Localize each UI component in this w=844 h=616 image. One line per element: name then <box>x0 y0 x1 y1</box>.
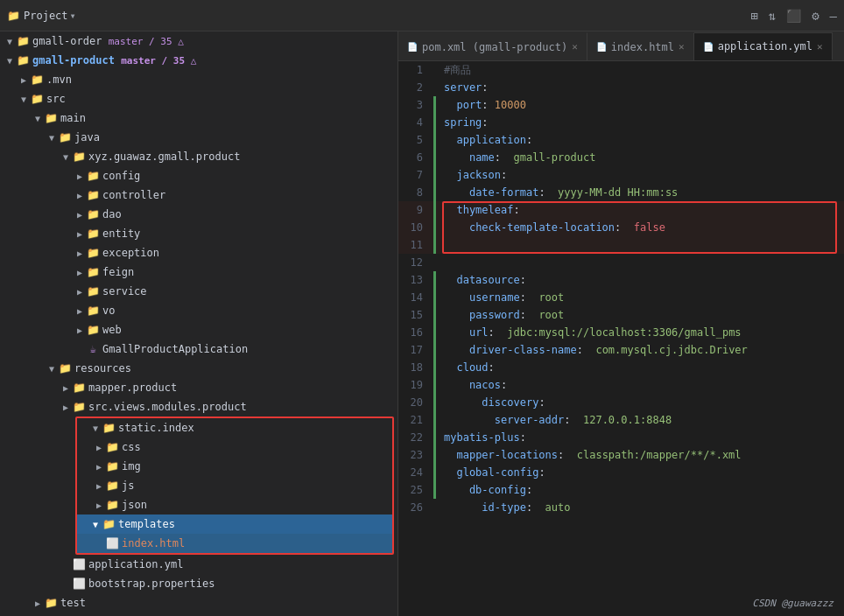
tab-pom-close[interactable]: ✕ <box>572 41 578 52</box>
tree-item-application-yml[interactable]: ⬜ application.yml <box>0 555 397 574</box>
tree-item-main[interactable]: ▼ 📁 main <box>0 108 397 128</box>
code-line-18: 18 cloud: <box>398 359 844 376</box>
arrow-src[interactable]: ▼ <box>18 94 30 104</box>
tree-item-controller[interactable]: ▶ 📁 controller <box>0 186 397 205</box>
tree-item-exception[interactable]: ▶ 📁 exception <box>0 243 397 262</box>
tree-item-bootstrap-props[interactable]: ⬜ bootstrap.properties <box>0 574 397 593</box>
arrow-static-index[interactable]: ▼ <box>89 424 102 433</box>
line-number-16: 16 <box>398 324 433 341</box>
project-dropdown-icon[interactable]: ▾ <box>70 10 76 22</box>
arrow-config[interactable]: ▶ <box>74 172 86 181</box>
tree-item-js[interactable]: ▶ 📁 js <box>77 476 392 495</box>
tab-pom-icon: 📄 <box>407 42 418 52</box>
tab-yml-close[interactable]: ✕ <box>817 41 823 52</box>
arrow-dao[interactable]: ▶ <box>74 210 86 220</box>
tree-item-service[interactable]: ▶ 📁 service <box>0 282 397 301</box>
folder-icon-config: 📁 <box>86 170 100 182</box>
tree-item-css[interactable]: ▶ 📁 css <box>77 438 392 457</box>
tree-item-mapper[interactable]: ▶ 📁 mapper.product <box>0 378 397 397</box>
tree-item-json[interactable]: ▶ 📁 json <box>77 495 392 514</box>
tree-item-config[interactable]: ▶ 📁 config <box>0 166 397 186</box>
layout-icon[interactable]: ⊞ <box>750 9 757 23</box>
gutter-21 <box>433 411 444 429</box>
tab-index-html[interactable]: 📄 index.html ✕ <box>587 32 694 60</box>
arrow-gmall-product[interactable]: ▼ <box>4 56 16 66</box>
arrow-java[interactable]: ▼ <box>46 133 58 143</box>
project-icon: 📁 <box>7 10 20 22</box>
collapse-icon[interactable]: ⬛ <box>786 9 801 23</box>
arrow-mapper[interactable]: ▶ <box>60 383 72 393</box>
tree-item-package[interactable]: ▼ 📁 xyz.guawaz.gmall.product <box>0 147 397 166</box>
arrow-js[interactable]: ▶ <box>93 481 105 491</box>
line-content-26: id-type: auto <box>444 499 844 516</box>
tree-item-static-index[interactable]: ▼ 📁 static.index <box>77 418 392 438</box>
folder-icon-java: 📁 <box>58 131 72 144</box>
tree-item-src[interactable]: ▼ 📁 src <box>0 89 397 108</box>
tree-item-test[interactable]: ▶ 📁 test <box>0 593 397 612</box>
tree-item-target[interactable]: ▶ 📁 target <box>0 612 397 616</box>
line-number-23: 23 <box>398 446 433 464</box>
arrow-package[interactable]: ▼ <box>60 152 72 162</box>
minimize-icon[interactable]: — <box>830 9 837 23</box>
tree-item-img[interactable]: ▶ 📁 img <box>77 457 392 476</box>
arrow-mvn[interactable]: ▶ <box>18 75 30 85</box>
gutter-11 <box>433 236 444 254</box>
tab-application-yml[interactable]: 📄 application.yml ✕ <box>694 32 833 60</box>
gutter-22 <box>433 429 444 446</box>
line-number-3: 3 <box>398 96 433 114</box>
tree-item-mvn[interactable]: ▶ 📁 .mvn <box>0 70 397 89</box>
line-number-20: 20 <box>398 394 433 411</box>
editor-content[interactable]: 1#商品2server:3 port: 100004spring:5 appli… <box>398 61 844 616</box>
java-file-icon-gmall-app: ☕ <box>86 343 100 355</box>
sort-icon[interactable]: ⇅ <box>769 9 776 23</box>
arrow-exception[interactable]: ▶ <box>74 248 86 258</box>
folder-icon-web: 📁 <box>86 324 100 336</box>
line-content-7: jackson: <box>444 166 844 184</box>
arrow-img[interactable]: ▶ <box>93 462 105 472</box>
tree-item-resources[interactable]: ▼ 📁 resources <box>0 359 397 378</box>
tree-item-index-html[interactable]: ⬜ index.html <box>77 534 392 553</box>
tree-item-dao[interactable]: ▶ 📁 dao <box>0 205 397 224</box>
tree-item-gmall-product[interactable]: ▼ 📁 gmall-product master / 35 △ <box>0 51 397 70</box>
tree-item-gmall-app[interactable]: ☕ GmallProductApplication <box>0 340 397 359</box>
arrow-resources[interactable]: ▼ <box>46 364 58 374</box>
gutter-3 <box>433 96 444 114</box>
line-content-19: nacos: <box>444 376 844 394</box>
tree-item-vo[interactable]: ▶ 📁 vo <box>0 301 397 320</box>
tree-item-java[interactable]: ▼ 📁 java <box>0 128 397 147</box>
code-line-1: 1#商品 <box>398 61 844 79</box>
arrow-templates[interactable]: ▼ <box>89 520 102 529</box>
tree-item-feign[interactable]: ▶ 📁 feign <box>0 262 397 282</box>
arrow-gmall-order[interactable]: ▼ <box>4 37 16 46</box>
tab-pom-xml[interactable]: 📄 pom.xml (gmall-product) ✕ <box>398 32 587 60</box>
arrow-css[interactable]: ▶ <box>93 443 105 452</box>
folder-icon-dao: 📁 <box>86 208 100 220</box>
gutter-16 <box>433 324 444 341</box>
arrow-feign[interactable]: ▶ <box>74 268 86 277</box>
arrow-web[interactable]: ▶ <box>74 326 86 335</box>
line-content-4: spring: <box>444 114 844 131</box>
line-number-14: 14 <box>398 289 433 306</box>
tree-item-gmall-order[interactable]: ▼ 📁 gmall-order master / 35 △ <box>0 32 397 51</box>
arrow-controller[interactable]: ▶ <box>74 191 86 200</box>
arrow-src-views[interactable]: ▶ <box>60 402 72 412</box>
arrow-vo[interactable]: ▶ <box>74 306 86 316</box>
arrow-service[interactable]: ▶ <box>74 287 86 297</box>
folder-icon-vo: 📁 <box>86 304 100 317</box>
arrow-entity[interactable]: ▶ <box>74 229 86 239</box>
arrow-json[interactable]: ▶ <box>93 500 105 510</box>
folder-icon-mvn: 📁 <box>30 74 44 86</box>
tab-index-close[interactable]: ✕ <box>679 41 685 52</box>
line-number-26: 26 <box>398 499 433 516</box>
folder-icon-feign: 📁 <box>86 266 100 278</box>
arrow-test[interactable]: ▶ <box>32 598 44 608</box>
settings-icon[interactable]: ⚙ <box>812 9 819 23</box>
line-number-9: 9 <box>398 201 433 219</box>
folder-icon-package: 📁 <box>72 150 86 163</box>
tree-item-web[interactable]: ▶ 📁 web <box>0 320 397 340</box>
line-content-1: #商品 <box>444 61 844 79</box>
arrow-main[interactable]: ▼ <box>32 114 44 123</box>
tree-item-src-views[interactable]: ▶ 📁 src.views.modules.product <box>0 397 397 416</box>
tree-item-entity[interactable]: ▶ 📁 entity <box>0 224 397 243</box>
tree-item-templates[interactable]: ▼ 📁 templates <box>77 514 392 534</box>
